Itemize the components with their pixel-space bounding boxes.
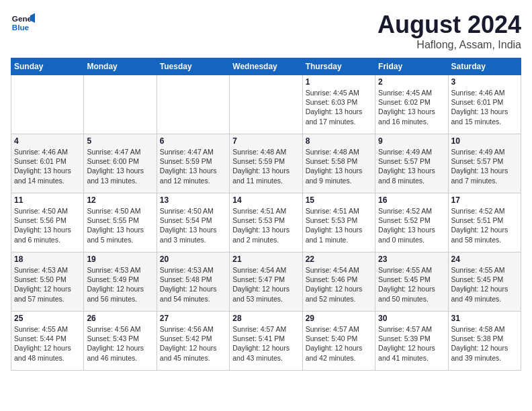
calendar-cell: 2Sunrise: 4:45 AM Sunset: 6:02 PM Daylig…: [375, 75, 448, 134]
calendar-cell: 1Sunrise: 4:45 AM Sunset: 6:03 PM Daylig…: [302, 75, 375, 134]
calendar-week: 1Sunrise: 4:45 AM Sunset: 6:03 PM Daylig…: [11, 75, 521, 134]
calendar-cell: 25Sunrise: 4:55 AM Sunset: 5:44 PM Dayli…: [11, 312, 84, 371]
calendar-cell: 5Sunrise: 4:47 AM Sunset: 6:00 PM Daylig…: [84, 134, 157, 193]
calendar-cell: 6Sunrise: 4:47 AM Sunset: 5:59 PM Daylig…: [157, 134, 229, 193]
calendar-cell: 16Sunrise: 4:52 AM Sunset: 5:52 PM Dayli…: [375, 193, 448, 253]
day-number: 20: [160, 255, 226, 264]
calendar-cell: 9Sunrise: 4:49 AM Sunset: 5:57 PM Daylig…: [375, 134, 448, 193]
day-number: 17: [451, 195, 518, 205]
header: General Blue August 2024 Haflong, Assam,…: [11, 11, 521, 51]
day-info: Sunrise: 4:49 AM Sunset: 5:57 PM Dayligh…: [378, 147, 445, 185]
day-info: Sunrise: 4:57 AM Sunset: 5:39 PM Dayligh…: [378, 324, 445, 363]
day-number: 16: [378, 195, 445, 205]
day-info: Sunrise: 4:52 AM Sunset: 5:52 PM Dayligh…: [378, 206, 445, 244]
weekday-header: Monday: [84, 58, 157, 75]
day-number: 3: [451, 77, 518, 87]
day-number: 6: [160, 136, 226, 146]
weekday-header: Thursday: [302, 58, 375, 75]
weekday-header: Sunday: [11, 58, 84, 75]
calendar-cell: 31Sunrise: 4:58 AM Sunset: 5:38 PM Dayli…: [448, 312, 521, 371]
calendar-cell: 12Sunrise: 4:50 AM Sunset: 5:55 PM Dayli…: [84, 193, 157, 253]
day-number: 7: [232, 136, 299, 146]
calendar-cell: 10Sunrise: 4:49 AM Sunset: 5:57 PM Dayli…: [448, 134, 521, 193]
day-info: Sunrise: 4:55 AM Sunset: 5:45 PM Dayligh…: [378, 265, 445, 304]
day-info: Sunrise: 4:46 AM Sunset: 6:01 PM Dayligh…: [451, 88, 518, 126]
weekday-header: Tuesday: [157, 58, 229, 75]
calendar-cell: 18Sunrise: 4:53 AM Sunset: 5:50 PM Dayli…: [11, 253, 84, 312]
day-number: 2: [378, 77, 445, 87]
day-info: Sunrise: 4:51 AM Sunset: 5:53 PM Dayligh…: [306, 206, 372, 244]
day-number: 18: [14, 255, 81, 264]
day-info: Sunrise: 4:46 AM Sunset: 6:01 PM Dayligh…: [14, 147, 81, 185]
day-number: 24: [451, 255, 518, 264]
day-number: 13: [160, 195, 226, 205]
day-number: 4: [14, 136, 81, 146]
calendar-cell: 13Sunrise: 4:50 AM Sunset: 5:54 PM Dayli…: [157, 193, 229, 253]
day-number: 8: [306, 136, 372, 146]
day-info: Sunrise: 4:45 AM Sunset: 6:02 PM Dayligh…: [378, 88, 445, 126]
day-info: Sunrise: 4:50 AM Sunset: 5:54 PM Dayligh…: [160, 206, 226, 244]
title-block: August 2024 Haflong, Assam, India: [378, 11, 521, 51]
day-number: 27: [160, 314, 226, 323]
calendar: SundayMondayTuesdayWednesdayThursdayFrid…: [11, 58, 521, 371]
calendar-header: SundayMondayTuesdayWednesdayThursdayFrid…: [11, 58, 521, 75]
day-number: 10: [451, 136, 518, 146]
calendar-week: 18Sunrise: 4:53 AM Sunset: 5:50 PM Dayli…: [11, 253, 521, 312]
day-info: Sunrise: 4:50 AM Sunset: 5:55 PM Dayligh…: [87, 206, 153, 244]
day-number: 26: [87, 314, 153, 323]
day-number: 11: [14, 195, 81, 205]
day-number: 5: [87, 136, 153, 146]
day-info: Sunrise: 4:52 AM Sunset: 5:51 PM Dayligh…: [451, 206, 518, 244]
day-number: 22: [306, 255, 372, 264]
day-info: Sunrise: 4:56 AM Sunset: 5:43 PM Dayligh…: [87, 324, 153, 363]
calendar-cell: [157, 75, 229, 134]
calendar-cell: 4Sunrise: 4:46 AM Sunset: 6:01 PM Daylig…: [11, 134, 84, 193]
day-info: Sunrise: 4:57 AM Sunset: 5:40 PM Dayligh…: [306, 324, 372, 363]
day-info: Sunrise: 4:47 AM Sunset: 6:00 PM Dayligh…: [87, 147, 153, 185]
calendar-cell: 26Sunrise: 4:56 AM Sunset: 5:43 PM Dayli…: [84, 312, 157, 371]
day-number: 1: [306, 77, 372, 87]
calendar-cell: 28Sunrise: 4:57 AM Sunset: 5:41 PM Dayli…: [230, 312, 302, 371]
calendar-cell: 23Sunrise: 4:55 AM Sunset: 5:45 PM Dayli…: [375, 253, 448, 312]
calendar-cell: [230, 75, 302, 134]
day-info: Sunrise: 4:53 AM Sunset: 5:50 PM Dayligh…: [14, 265, 81, 304]
calendar-cell: 19Sunrise: 4:53 AM Sunset: 5:49 PM Dayli…: [84, 253, 157, 312]
main-title: August 2024: [378, 11, 521, 39]
day-info: Sunrise: 4:53 AM Sunset: 5:48 PM Dayligh…: [160, 265, 226, 304]
day-number: 14: [232, 195, 299, 205]
logo-icon: General Blue: [11, 11, 35, 35]
day-info: Sunrise: 4:49 AM Sunset: 5:57 PM Dayligh…: [451, 147, 518, 185]
calendar-cell: 17Sunrise: 4:52 AM Sunset: 5:51 PM Dayli…: [448, 193, 521, 253]
day-info: Sunrise: 4:54 AM Sunset: 5:47 PM Dayligh…: [232, 265, 299, 304]
weekday-header: Wednesday: [230, 58, 302, 75]
day-info: Sunrise: 4:53 AM Sunset: 5:49 PM Dayligh…: [87, 265, 153, 304]
day-number: 30: [378, 314, 445, 323]
calendar-cell: 30Sunrise: 4:57 AM Sunset: 5:39 PM Dayli…: [375, 312, 448, 371]
day-info: Sunrise: 4:55 AM Sunset: 5:45 PM Dayligh…: [451, 265, 518, 304]
calendar-cell: 7Sunrise: 4:48 AM Sunset: 5:59 PM Daylig…: [230, 134, 302, 193]
weekday-header: Friday: [375, 58, 448, 75]
day-info: Sunrise: 4:54 AM Sunset: 5:46 PM Dayligh…: [306, 265, 372, 304]
weekday-header: Saturday: [448, 58, 521, 75]
day-info: Sunrise: 4:48 AM Sunset: 5:59 PM Dayligh…: [232, 147, 299, 185]
calendar-cell: 27Sunrise: 4:56 AM Sunset: 5:42 PM Dayli…: [157, 312, 229, 371]
svg-text:Blue: Blue: [12, 23, 30, 32]
day-number: 9: [378, 136, 445, 146]
calendar-cell: 11Sunrise: 4:50 AM Sunset: 5:56 PM Dayli…: [11, 193, 84, 253]
day-number: 19: [87, 255, 153, 264]
calendar-cell: 24Sunrise: 4:55 AM Sunset: 5:45 PM Dayli…: [448, 253, 521, 312]
day-number: 15: [306, 195, 372, 205]
day-info: Sunrise: 4:47 AM Sunset: 5:59 PM Dayligh…: [160, 147, 226, 185]
calendar-week: 4Sunrise: 4:46 AM Sunset: 6:01 PM Daylig…: [11, 134, 521, 193]
day-info: Sunrise: 4:56 AM Sunset: 5:42 PM Dayligh…: [160, 324, 226, 363]
calendar-body: 1Sunrise: 4:45 AM Sunset: 6:03 PM Daylig…: [11, 75, 521, 371]
day-number: 21: [232, 255, 299, 264]
day-number: 28: [232, 314, 299, 323]
calendar-cell: 21Sunrise: 4:54 AM Sunset: 5:47 PM Dayli…: [230, 253, 302, 312]
day-info: Sunrise: 4:48 AM Sunset: 5:58 PM Dayligh…: [306, 147, 372, 185]
calendar-cell: 15Sunrise: 4:51 AM Sunset: 5:53 PM Dayli…: [302, 193, 375, 253]
day-info: Sunrise: 4:57 AM Sunset: 5:41 PM Dayligh…: [232, 324, 299, 363]
subtitle: Haflong, Assam, India: [378, 39, 521, 51]
calendar-week: 25Sunrise: 4:55 AM Sunset: 5:44 PM Dayli…: [11, 312, 521, 371]
calendar-cell: [11, 75, 84, 134]
